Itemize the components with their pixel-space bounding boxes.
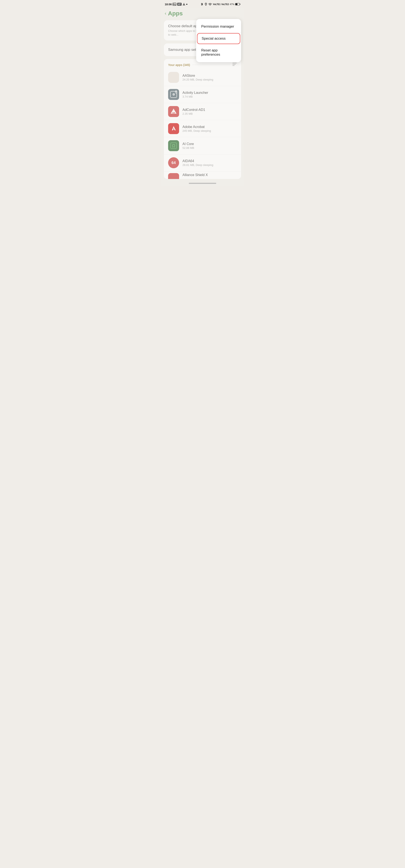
- activity-launcher-details: 3.74 MB: [182, 95, 237, 98]
- ai-core-logo: [170, 142, 177, 150]
- adcontrol-logo: ≫: [170, 108, 177, 115]
- status-time: 18:06 47 •: [165, 2, 187, 6]
- wifi-icon: [208, 3, 212, 5]
- app-item-alliance-shield-x[interactable]: Alliance Shield X: [164, 172, 241, 179]
- status-bar: 18:06 47 • VoLTE1 VoLTE2 47%: [162, 0, 243, 8]
- alliance-shield-icon: [168, 173, 179, 179]
- app-item-adobe-acrobat[interactable]: Adobe Acrobat 245 MB, Deep sleeping: [164, 120, 241, 137]
- bottom-home-indicator: [189, 183, 216, 184]
- svg-text:≫: ≫: [173, 111, 175, 113]
- dropdown-item-permission-manager[interactable]: Permission manager: [196, 21, 241, 33]
- notification-badge: 47: [177, 3, 181, 6]
- ai-core-icon: [168, 140, 179, 151]
- app-item-adcontrol[interactable]: ≫ AdControl-AD1 2.35 MB: [164, 103, 241, 120]
- svg-rect-6: [240, 4, 240, 5]
- svg-rect-2: [183, 5, 185, 5]
- svg-rect-11: [168, 72, 179, 83]
- svg-point-19: [174, 145, 175, 145]
- svg-point-1: [174, 4, 174, 4]
- adobe-acrobat-name: Adobe Acrobat: [182, 125, 237, 129]
- app-item-activity-launcher[interactable]: ⚙ Activity Launcher 3.74 MB: [164, 86, 241, 103]
- activity-launcher-info: Activity Launcher 3.74 MB: [182, 91, 237, 98]
- svg-point-18: [172, 145, 173, 145]
- svg-point-3: [206, 4, 206, 4]
- header: ‹ Apps: [162, 8, 243, 19]
- page-title: Apps: [168, 10, 183, 17]
- sort-icon[interactable]: [232, 62, 237, 67]
- aida64-info: AIDA64 28.81 MB, Deep sleeping: [182, 159, 237, 166]
- gallery-icon: [173, 3, 176, 6]
- upload-icon: [182, 3, 185, 6]
- adobe-logo: [170, 125, 177, 132]
- back-button[interactable]: ‹: [165, 11, 166, 16]
- activity-launcher-name: Activity Launcher: [182, 91, 237, 95]
- adobe-acrobat-icon: [168, 123, 179, 134]
- dropdown-menu: Permission manager Special access Reset …: [196, 19, 241, 62]
- adcontrol-name: AdControl-AD1: [182, 108, 237, 112]
- bluetooth-icon: [200, 3, 204, 6]
- svg-point-4: [210, 5, 210, 5]
- your-apps-label: Your apps (345): [168, 63, 190, 67]
- aastore-info: AAStore 24.20 MB, Deep sleeping: [182, 74, 237, 81]
- app-item-ai-core[interactable]: AI Core 52.88 MB: [164, 137, 241, 154]
- adcontrol-details: 2.35 MB: [182, 112, 237, 115]
- app-item-aida64[interactable]: 64 AIDA64 28.81 MB, Deep sleeping: [164, 154, 241, 172]
- adcontrol-info: AdControl-AD1 2.35 MB: [182, 108, 237, 115]
- lte2-label: VoLTE2: [221, 3, 229, 5]
- ai-core-name: AI Core: [182, 142, 237, 146]
- dropdown-item-special-access[interactable]: Special access: [197, 33, 240, 44]
- dropdown-item-reset-app-preferences[interactable]: Reset app preferences: [196, 44, 241, 61]
- aida64-name: AIDA64: [182, 159, 237, 163]
- aastore-name: AAStore: [182, 74, 237, 78]
- svg-rect-0: [173, 3, 176, 5]
- aida64-icon: 64: [168, 157, 179, 168]
- battery-level: 47%: [230, 3, 234, 5]
- svg-point-12: [176, 91, 177, 92]
- status-icons: VoLTE1 VoLTE2 47%: [200, 3, 240, 6]
- adobe-acrobat-details: 245 MB, Deep sleeping: [182, 129, 237, 132]
- adcontrol-icon: ≫: [168, 106, 179, 117]
- svg-rect-7: [236, 3, 237, 5]
- location-icon: [204, 3, 207, 6]
- aastore-icon: [168, 72, 179, 83]
- bottom-nav-bar: [162, 181, 243, 186]
- alliance-shield-info: Alliance Shield X: [182, 173, 237, 177]
- sort-lines-icon: [232, 62, 237, 66]
- activity-launcher-icon: ⚙: [168, 89, 179, 100]
- aastore-details: 24.20 MB, Deep sleeping: [182, 78, 237, 81]
- ai-core-details: 52.88 MB: [182, 146, 237, 150]
- battery-icon: [235, 3, 240, 5]
- alliance-shield-name: Alliance Shield X: [182, 173, 237, 177]
- adobe-acrobat-info: Adobe Acrobat 245 MB, Deep sleeping: [182, 125, 237, 132]
- dotted-separator: [193, 65, 230, 65]
- lte1-label: VoLTE1: [213, 3, 221, 5]
- svg-rect-16: [171, 143, 177, 149]
- app-list: AAStore 24.20 MB, Deep sleeping ⚙ Activi…: [164, 69, 241, 179]
- aida64-details: 28.81 MB, Deep sleeping: [182, 163, 237, 166]
- rocket-icon: [174, 90, 178, 94]
- ai-core-info: AI Core 52.88 MB: [182, 142, 237, 150]
- app-item-aastore[interactable]: AAStore 24.20 MB, Deep sleeping: [164, 69, 241, 86]
